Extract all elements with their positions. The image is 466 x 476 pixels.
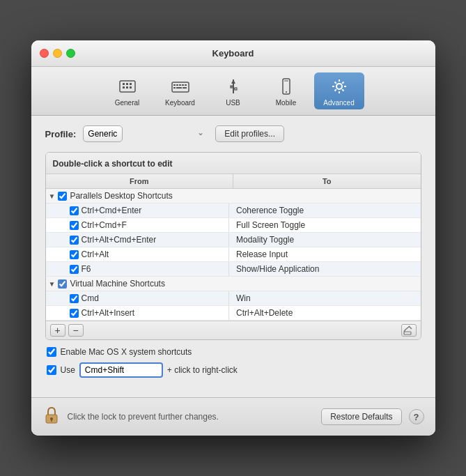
table-row: Ctrl+Alt Release Input (46, 247, 421, 262)
table-row: Ctrl+Cmd+Enter Coherence Toggle (46, 204, 421, 218)
table-row: Ctrl+Alt+Insert Ctrl+Alt+Delete (46, 306, 421, 321)
shortcut-to-3: Modality Toggle (229, 233, 421, 247)
enable-mac-checkbox[interactable] (47, 347, 56, 357)
group-label-virtual: Virtual Machine Shortcuts (70, 279, 165, 289)
col-to: To (233, 174, 421, 188)
svg-rect-19 (235, 88, 237, 90)
svg-line-32 (342, 82, 343, 84)
shortcut-key-1: Ctrl+Cmd+Enter (81, 206, 142, 215)
shortcuts-header: Double-click a shortcut to edit (46, 153, 421, 174)
keyboard-window: Keyboard General (31, 40, 435, 436)
shortcut-from-6: Cmd (46, 291, 230, 305)
lock-icon[interactable] (42, 405, 61, 429)
table-header: From To (46, 174, 421, 189)
svg-rect-11 (182, 84, 184, 86)
svg-rect-14 (176, 87, 182, 89)
shortcut-cb-3[interactable] (70, 236, 79, 245)
cmd-input[interactable] (79, 362, 163, 378)
shortcut-to-1: Coherence Toggle (229, 204, 421, 217)
group-checkbox-virtual[interactable] (58, 279, 67, 289)
main-content: Profile: Generic Edit profiles... Double… (31, 116, 435, 387)
lock-label: Click the lock to prevent further change… (68, 412, 315, 422)
traffic-lights (40, 49, 75, 58)
remove-shortcut-button[interactable]: − (68, 324, 84, 337)
profile-select-wrapper: Generic (83, 125, 208, 142)
shortcuts-header-text: Double-click a shortcut to edit (53, 159, 173, 169)
svg-rect-34 (404, 332, 411, 335)
use-row: Use + click to right-click (47, 362, 420, 378)
keyboard-label: Keyboard (165, 99, 195, 107)
edit-shortcut-button[interactable] (401, 324, 417, 337)
toolbar: General Keyboard (31, 67, 435, 116)
maximize-button[interactable] (66, 49, 75, 58)
svg-rect-9 (176, 84, 178, 86)
svg-rect-8 (173, 84, 176, 86)
mobile-icon (275, 75, 297, 98)
shortcut-cb-5[interactable] (70, 265, 79, 274)
shortcut-cb-7[interactable] (70, 309, 79, 318)
shortcut-key-7: Ctrl+Alt+Insert (81, 308, 135, 318)
svg-marker-17 (231, 79, 235, 84)
minimize-button[interactable] (53, 49, 62, 58)
options-section: Enable Mac OS X system shortcuts Use + c… (45, 347, 421, 378)
col-from: From (46, 174, 234, 188)
shortcut-key-3: Ctrl+Alt+Cmd+Enter (81, 235, 157, 245)
svg-rect-2 (126, 83, 128, 85)
use-checkbox[interactable] (47, 365, 56, 375)
general-label: General (115, 99, 140, 107)
toolbar-general[interactable]: General (102, 72, 153, 109)
svg-rect-4 (123, 86, 125, 89)
shortcut-cb-2[interactable] (70, 221, 79, 230)
close-button[interactable] (40, 49, 49, 58)
shortcut-to-4: Release Input (229, 247, 421, 261)
shortcut-to-5: Show/Hide Application (229, 262, 421, 276)
group-label-parallels: Parallels Desktop Shortcuts (70, 191, 172, 201)
expand-arrow-parallels[interactable]: ▼ (49, 192, 56, 200)
group-checkbox-parallels[interactable] (58, 192, 67, 201)
table-row: F6 Show/Hide Application (46, 262, 421, 277)
titlebar: Keyboard (31, 40, 435, 67)
shortcut-from-7: Ctrl+Alt+Insert (46, 306, 230, 320)
shortcut-from-3: Ctrl+Alt+Cmd+Enter (46, 233, 230, 247)
add-shortcut-button[interactable]: + (50, 324, 65, 337)
toolbar-usb[interactable]: USB (208, 72, 258, 109)
enable-mac-row: Enable Mac OS X system shortcuts (47, 347, 420, 357)
table-row: Ctrl+Alt+Cmd+Enter Modality Toggle (46, 233, 421, 247)
toolbar-mobile[interactable]: Mobile (261, 72, 311, 109)
shortcut-from-2: Ctrl+Cmd+F (46, 218, 230, 232)
keyboard-icon (169, 75, 192, 98)
expand-arrow-virtual[interactable]: ▼ (49, 280, 56, 288)
shortcut-cb-1[interactable] (70, 206, 79, 215)
window-title: Keyboard (212, 48, 254, 59)
shortcuts-box: Double-click a shortcut to edit From To … (45, 152, 421, 340)
usb-icon (222, 75, 244, 98)
svg-line-36 (405, 326, 410, 330)
toolbar-keyboard[interactable]: Keyboard (155, 72, 205, 109)
shortcut-to-6: Win (229, 291, 421, 305)
group-row-virtual: ▼ Virtual Machine Shortcuts (46, 277, 421, 291)
enable-mac-label: Enable Mac OS X system shortcuts (61, 347, 192, 357)
shortcut-cb-4[interactable] (70, 250, 79, 259)
profile-select[interactable]: Generic (83, 125, 123, 142)
general-icon (116, 75, 139, 98)
mobile-label: Mobile (276, 99, 296, 107)
edit-profiles-button[interactable]: Edit profiles... (215, 125, 284, 142)
svg-rect-10 (179, 84, 181, 86)
help-button[interactable]: ? (409, 409, 424, 424)
svg-line-31 (342, 89, 343, 91)
shortcut-key-5: F6 (81, 264, 91, 274)
shortcut-cb-6[interactable] (70, 294, 79, 303)
svg-rect-3 (130, 83, 132, 85)
footer-buttons: + − (50, 324, 84, 337)
plus-click-label: + click to right-click (167, 365, 238, 375)
shortcut-from-5: F6 (46, 262, 230, 276)
profile-row: Profile: Generic Edit profiles... (45, 125, 421, 142)
svg-rect-1 (123, 83, 125, 85)
usb-label: USB (226, 99, 240, 107)
advanced-icon (328, 75, 350, 98)
restore-defaults-button[interactable]: Restore Defaults (321, 408, 401, 425)
svg-point-23 (286, 91, 287, 93)
shortcut-to-7: Ctrl+Alt+Delete (229, 306, 421, 320)
toolbar-advanced[interactable]: Advanced (314, 72, 364, 109)
svg-point-25 (336, 84, 342, 89)
